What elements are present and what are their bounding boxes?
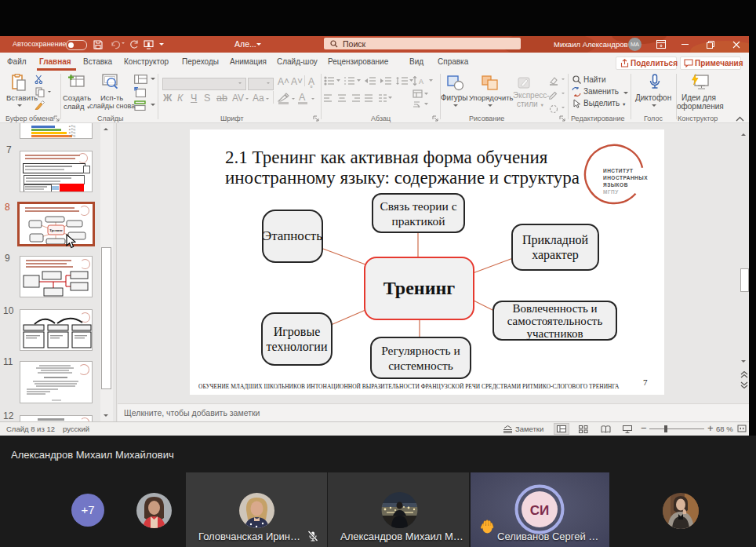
svg-text:A: A — [419, 78, 423, 86]
svg-text:Тренинг: Тренинг — [49, 228, 63, 232]
svg-text:СИ: СИ — [530, 503, 550, 518]
